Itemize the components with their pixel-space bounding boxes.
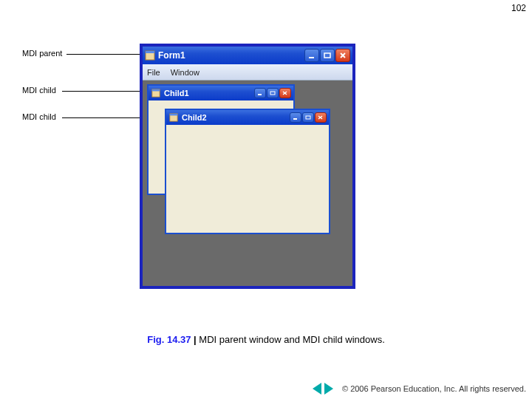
- caption-separator: |: [194, 334, 197, 345]
- maximize-button[interactable]: [302, 112, 314, 123]
- mdi-client-area: Child1 Child2: [143, 81, 352, 286]
- svg-rect-13: [170, 114, 177, 116]
- next-arrow-icon[interactable]: [324, 383, 333, 395]
- form-icon: [168, 112, 179, 123]
- footer: © 2006 Pearson Education, Inc. All right…: [313, 383, 526, 395]
- svg-rect-14: [293, 118, 297, 120]
- figure-caption: Fig. 14.37 | MDI parent window and MDI c…: [0, 334, 532, 345]
- form-icon: [151, 88, 161, 98]
- callout-child2: MDI child: [22, 112, 56, 121]
- callout-parent: MDI parent: [22, 49, 62, 58]
- figure-area: MDI parent MDI child MDI child Form1 Fil…: [22, 44, 495, 310]
- caption-text: MDI parent window and MDI child windows.: [199, 334, 384, 345]
- mdi-parent-window: Form1 File Window Child1: [140, 44, 355, 288]
- svg-rect-8: [258, 94, 262, 95]
- parent-title: Form1: [158, 50, 304, 61]
- maximize-button[interactable]: [267, 88, 279, 98]
- svg-rect-7: [152, 89, 160, 92]
- menubar: File Window: [143, 64, 352, 81]
- parent-titlebar[interactable]: Form1: [143, 47, 352, 64]
- callout-child1: MDI child: [22, 86, 56, 95]
- menu-window[interactable]: Window: [171, 68, 200, 77]
- close-button[interactable]: [279, 88, 291, 98]
- close-button[interactable]: [315, 112, 327, 123]
- copyright-text: © 2006 Pearson Education, Inc. All right…: [342, 384, 526, 393]
- minimize-button[interactable]: [254, 88, 266, 98]
- child2-window-buttons: [290, 112, 327, 123]
- form-icon: [145, 50, 155, 61]
- child1-titlebar[interactable]: Child1: [149, 86, 293, 100]
- maximize-button[interactable]: [320, 49, 335, 62]
- prev-arrow-icon[interactable]: [313, 383, 321, 395]
- svg-rect-15: [306, 116, 310, 119]
- parent-window-buttons: [304, 49, 350, 62]
- svg-rect-2: [309, 57, 314, 58]
- svg-rect-1: [146, 51, 154, 53]
- callout-line-parent: [66, 54, 140, 55]
- child-window-2[interactable]: Child2: [165, 109, 330, 234]
- svg-rect-9: [270, 92, 275, 95]
- svg-rect-3: [324, 53, 330, 58]
- minimize-button[interactable]: [304, 49, 319, 62]
- close-button[interactable]: [335, 49, 350, 62]
- nav-arrows: [313, 383, 333, 395]
- child2-title: Child2: [182, 113, 290, 122]
- child1-title: Child1: [164, 89, 254, 98]
- callout-line-child1: [62, 91, 151, 92]
- minimize-button[interactable]: [290, 112, 301, 123]
- figure-number: Fig. 14.37: [147, 334, 191, 345]
- child2-body: [166, 125, 329, 233]
- menu-file[interactable]: File: [147, 68, 160, 77]
- page-number: 102: [511, 3, 526, 13]
- child2-titlebar[interactable]: Child2: [166, 110, 329, 125]
- child1-window-buttons: [254, 88, 291, 98]
